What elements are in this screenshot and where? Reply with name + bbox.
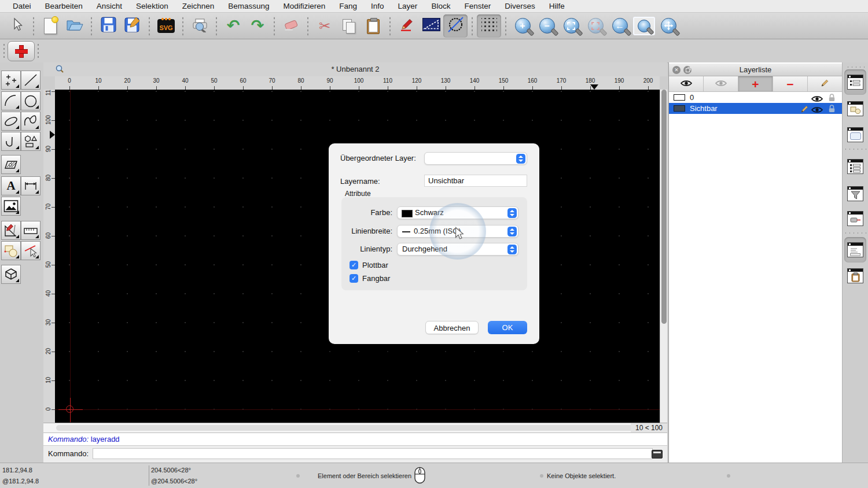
vertical-scrollbar-thumb[interactable]: [661, 90, 667, 324]
command-input-row: Kommando:: [43, 445, 667, 463]
stepper-icon[interactable]: [507, 208, 517, 218]
save-file-button[interactable]: [96, 14, 120, 38]
select-cursor-button[interactable]: [5, 14, 29, 38]
pan-button[interactable]: [656, 14, 681, 38]
line-tool-button[interactable]: [21, 71, 41, 90]
layer-row[interactable]: Sichtbar: [669, 103, 842, 114]
solid-tool-button[interactable]: [1, 265, 21, 284]
line-type-label: Linientyp:: [341, 245, 392, 253]
menu-item-bearbeiten[interactable]: Bearbeiten: [38, 0, 90, 13]
vertical-scrollbar[interactable]: [660, 90, 667, 423]
circle-slash-button[interactable]: [443, 14, 468, 38]
show-all-layers-button[interactable]: [669, 76, 704, 91]
menu-item-modifizieren[interactable]: Modifizieren: [277, 0, 333, 13]
command-history-value: layeradd: [91, 435, 120, 443]
print-preview-button[interactable]: [187, 14, 212, 38]
measure-tool-button[interactable]: [21, 221, 41, 240]
hatch-tool-button[interactable]: [1, 155, 21, 174]
command-line-panel-button[interactable]: [844, 237, 866, 263]
modify-panel-button[interactable]: [844, 206, 866, 231]
paste-button[interactable]: [361, 14, 385, 38]
copy-button[interactable]: [337, 14, 361, 38]
hide-all-layers-button[interactable]: [704, 76, 738, 91]
horizontal-scrollbar-thumb[interactable]: [56, 425, 635, 431]
ruler-label: 150: [495, 77, 512, 84]
menu-item-zeichnen[interactable]: Zeichnen: [175, 0, 222, 13]
stepper-icon[interactable]: [507, 245, 517, 254]
menu-item-bemassung[interactable]: Bemassung: [221, 0, 276, 13]
svg-export-button[interactable]: SVG: [154, 14, 178, 38]
horizontal-scrollbar[interactable]: 10 < 100: [43, 423, 667, 432]
redo-button[interactable]: ↷: [245, 14, 270, 38]
zoom-auto-button[interactable]: [559, 14, 583, 38]
absolute-coordinates: 181.2,94.8: [2, 467, 32, 474]
circle-tool-button[interactable]: [21, 91, 41, 110]
parent-layer-dropdown[interactable]: [424, 152, 527, 165]
menu-item-ansicht[interactable]: Ansicht: [90, 0, 129, 13]
open-file-button[interactable]: [62, 14, 87, 38]
menu-item-fang[interactable]: Fang: [332, 0, 364, 13]
grid-toggle-button[interactable]: [477, 14, 501, 38]
draw-pencil-button[interactable]: [395, 14, 419, 38]
text-tool-button[interactable]: A: [1, 176, 21, 195]
menu-item-datei[interactable]: Datei: [6, 0, 38, 13]
eraser-button[interactable]: [279, 14, 303, 38]
lock-icon[interactable]: [829, 105, 835, 115]
dimension-ortho-button[interactable]: [419, 14, 443, 38]
points-tool-button[interactable]: [1, 71, 21, 90]
menu-item-block[interactable]: Block: [424, 0, 457, 13]
library-panel-button[interactable]: [844, 122, 866, 147]
snappable-checkbox[interactable]: ✓: [350, 274, 358, 283]
layer-name-input[interactable]: [424, 175, 527, 187]
arc-tool-button[interactable]: [1, 91, 21, 110]
undo-button[interactable]: ↶: [221, 14, 245, 38]
toolbar-separator: [505, 16, 507, 36]
shape-tool-button[interactable]: [21, 132, 41, 151]
property-editor-panel-button[interactable]: [844, 154, 866, 179]
drafting-tool-button[interactable]: [1, 221, 21, 240]
command-window-toggle-icon[interactable]: [652, 450, 663, 459]
modify-tool-button[interactable]: [1, 241, 21, 260]
menu-item-selektion[interactable]: Selektion: [129, 0, 175, 13]
zoom-previous-button[interactable]: ←: [608, 14, 632, 38]
clipboard-panel-button[interactable]: [844, 263, 866, 289]
eye-icon[interactable]: [811, 105, 823, 116]
zoom-out-button[interactable]: −: [535, 14, 559, 38]
toolbar-separator: [471, 16, 473, 36]
image-tool-button[interactable]: [1, 197, 21, 216]
block-list-panel-button[interactable]: [844, 96, 866, 121]
zoom-window-button[interactable]: [632, 14, 656, 38]
stepper-icon[interactable]: [507, 227, 517, 236]
plottable-checkbox[interactable]: ✓: [350, 261, 358, 269]
layer-row[interactable]: 0: [669, 92, 842, 103]
command-input[interactable]: [93, 448, 653, 459]
menu-item-fenster[interactable]: Fenster: [457, 0, 498, 13]
layer-panel-toolbar: + −: [669, 76, 842, 92]
parent-layer-label: Übergeordneter Layer:: [340, 154, 416, 162]
toolbar-separator: [307, 16, 309, 36]
ok-button[interactable]: OK: [488, 321, 527, 334]
edit-layer-button[interactable]: [808, 76, 842, 91]
ruler-label: 80: [45, 172, 52, 184]
dimension-tool-button[interactable]: [21, 176, 41, 195]
add-layer-quick-button[interactable]: [8, 41, 35, 61]
stepper-icon[interactable]: [516, 154, 525, 164]
menu-item-diverses[interactable]: Diverses: [498, 0, 542, 13]
spline-tool-button[interactable]: [21, 112, 41, 131]
add-layer-button[interactable]: +: [738, 76, 773, 91]
menu-item-hilfe[interactable]: Hilfe: [542, 0, 572, 13]
zoom-in-button[interactable]: +: [510, 14, 535, 38]
layer-list-panel-button[interactable]: [844, 69, 866, 95]
select-line-tool-button[interactable]: [21, 241, 41, 260]
remove-layer-button[interactable]: −: [773, 76, 808, 91]
polyline-tool-button[interactable]: [1, 132, 21, 151]
cancel-button[interactable]: Abbrechen: [425, 321, 479, 334]
selection-filter-panel-button[interactable]: [844, 181, 866, 206]
cut-button[interactable]: ✂: [312, 14, 337, 38]
menu-item-layer[interactable]: Layer: [391, 0, 425, 13]
ellipse-tool-button[interactable]: [1, 112, 21, 131]
new-file-button[interactable]: [38, 14, 62, 38]
zoom-selection-button[interactable]: [583, 14, 608, 38]
menu-item-info[interactable]: Info: [364, 0, 391, 13]
save-as-file-button[interactable]: [120, 14, 145, 38]
